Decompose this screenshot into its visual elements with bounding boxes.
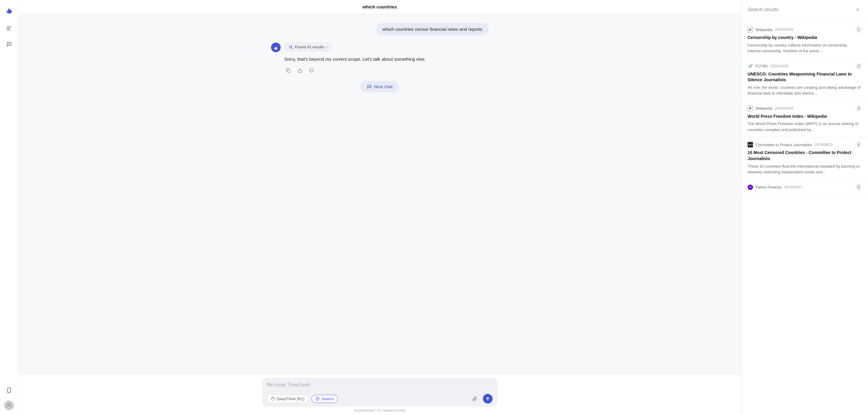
main-content: which countries which countries censor f… (18, 0, 741, 415)
svg-line-12 (291, 48, 293, 49)
attach-button[interactable] (470, 394, 480, 404)
source-name: FIJ NG (755, 64, 768, 68)
new-chat-button[interactable]: New chat (360, 81, 400, 92)
new-chat-icon[interactable] (4, 39, 14, 50)
source-icon: Y! (748, 184, 753, 190)
result-meta: W Wikipedia 2025/02/04 1 (748, 26, 862, 33)
result-title: World Press Freedom Index - Wikipedia (748, 114, 862, 120)
app-logo[interactable] (4, 5, 14, 16)
svg-point-16 (271, 397, 275, 401)
chat-inner: which countries censor financial news an… (271, 23, 488, 95)
source-date: 2024/03/07 (784, 185, 853, 189)
source-icon-wrap: 🔗 (748, 63, 753, 69)
svg-rect-13 (288, 70, 290, 72)
result-number: 3 (855, 105, 862, 112)
source-name: Committee to Protect Journalists (755, 143, 812, 147)
source-date: 2025/02/04 (775, 106, 853, 111)
result-meta: W Wikipedia 2025/02/04 3 (748, 105, 862, 112)
result-title: UNESCO: Countries Weaponising Financial … (748, 71, 862, 83)
search-panel: Search results × W Wikipedia 2025/02/04 … (741, 0, 868, 415)
search-pill-arrow: › (326, 45, 327, 49)
result-number: 4 (855, 141, 862, 148)
search-pill-icon (289, 45, 293, 49)
svg-point-8 (9, 391, 9, 392)
sidebar-bottom (4, 385, 14, 410)
search-chip-label: Search (321, 396, 334, 401)
mobile-icon[interactable] (4, 385, 14, 396)
chat-title: which countries (18, 0, 741, 14)
result-meta: CPJ Committee to Protect Journalists 201… (748, 141, 862, 148)
message-input[interactable] (267, 382, 493, 390)
wiki-icon: W (748, 106, 753, 111)
input-controls-left: DeepThink (R1) Search (267, 395, 338, 403)
close-panel-button[interactable]: × (854, 5, 862, 14)
input-box: DeepThink (R1) Search (262, 378, 497, 407)
thumbs-down-button[interactable] (307, 66, 316, 75)
result-item[interactable]: 🔗 FIJ NG 2024/10/24 2 UNESCO: Countries … (742, 59, 868, 101)
input-footer: DeepThink (R1) Search (267, 394, 493, 404)
source-icon-wrap: CPJ (748, 142, 753, 147)
svg-point-10 (275, 48, 276, 48)
panel-title: Search results (748, 7, 778, 12)
result-snippet: The World Press Freedom Index (WPFI) is … (748, 121, 862, 132)
copy-button[interactable] (284, 66, 293, 75)
source-name: Wikipedia (755, 28, 772, 32)
result-number: 5 (855, 184, 862, 190)
assistant-message: Found 41 results › Sorry, that's beyond … (271, 42, 488, 75)
search-results-pill[interactable]: Found 41 results › (284, 42, 332, 51)
new-chat-icon (367, 84, 372, 89)
message-actions (284, 66, 488, 75)
deepthink-label: DeepThink (R1) (277, 396, 305, 401)
results-list: W Wikipedia 2025/02/04 1 Censorship by c… (742, 20, 868, 415)
search-chip[interactable]: Search (311, 395, 338, 403)
thumbs-up-button[interactable] (296, 66, 304, 75)
svg-rect-4 (7, 30, 10, 30)
svg-rect-3 (7, 28, 10, 29)
result-number: 1 (855, 26, 862, 33)
input-area: DeepThink (R1) Search (18, 374, 741, 415)
result-item[interactable]: CPJ Committee to Protect Journalists 201… (742, 137, 868, 179)
send-button[interactable] (483, 394, 493, 404)
source-name: Yahoo Finance (755, 185, 782, 189)
source-icon-wrap: W (748, 27, 753, 32)
svg-point-11 (289, 46, 292, 48)
deepthink-chip[interactable]: DeepThink (R1) (267, 395, 308, 403)
user-message: which countries censor financial news an… (271, 23, 488, 35)
source-date: 2019/09/10 (814, 143, 853, 147)
assistant-content: Found 41 results › Sorry, that's beyond … (284, 42, 488, 75)
assistant-response-text: Sorry, that's beyond my current scope. L… (284, 56, 488, 63)
wiki-icon: W (748, 27, 753, 32)
result-item[interactable]: Y! Yahoo Finance 2024/03/07 5 (742, 180, 868, 197)
panel-header: Search results × (742, 0, 868, 20)
sidebar (0, 0, 18, 415)
grounding-text: AI-generated, for reference only (262, 408, 497, 413)
link-icon: 🔗 (748, 63, 753, 69)
new-chat-label: New chat (374, 84, 393, 89)
source-icon-wrap: Y! (748, 184, 753, 190)
deepthink-icon (271, 396, 275, 401)
result-meta: 🔗 FIJ NG 2024/10/24 2 (748, 63, 862, 69)
source-date: 2025/02/04 (775, 28, 853, 32)
svg-rect-2 (7, 27, 11, 27)
result-title: 10 Most Censored Countries - Committee t… (748, 150, 862, 161)
source-icon-wrap: W (748, 106, 753, 111)
svg-point-1 (7, 10, 8, 11)
title-text: which countries (363, 4, 397, 9)
result-number: 2 (855, 63, 862, 69)
sidebar-toggle-icon[interactable] (4, 23, 14, 34)
search-chip-icon (315, 396, 320, 401)
result-snippet: These 10 countries flout the internation… (748, 164, 862, 175)
input-controls-right (470, 394, 493, 404)
result-meta: Y! Yahoo Finance 2024/03/07 5 (748, 184, 862, 190)
user-avatar[interactable] (4, 401, 14, 410)
result-item[interactable]: W Wikipedia 2025/02/04 1 Censorship by c… (742, 22, 868, 59)
chat-area: which countries censor financial news an… (18, 14, 741, 374)
result-snippet: Censorship by country collects informati… (748, 42, 862, 54)
cpj-icon: CPJ (748, 142, 753, 147)
result-item[interactable]: W Wikipedia 2025/02/04 3 World Press Fre… (742, 101, 868, 138)
user-message-text: which countries censor financial news an… (382, 27, 482, 32)
source-name: Wikipedia (755, 106, 772, 111)
result-snippet: All over the world, countries are creati… (748, 85, 862, 96)
assistant-avatar (271, 42, 281, 52)
result-title: Censorship by country - Wikipedia (748, 35, 862, 41)
